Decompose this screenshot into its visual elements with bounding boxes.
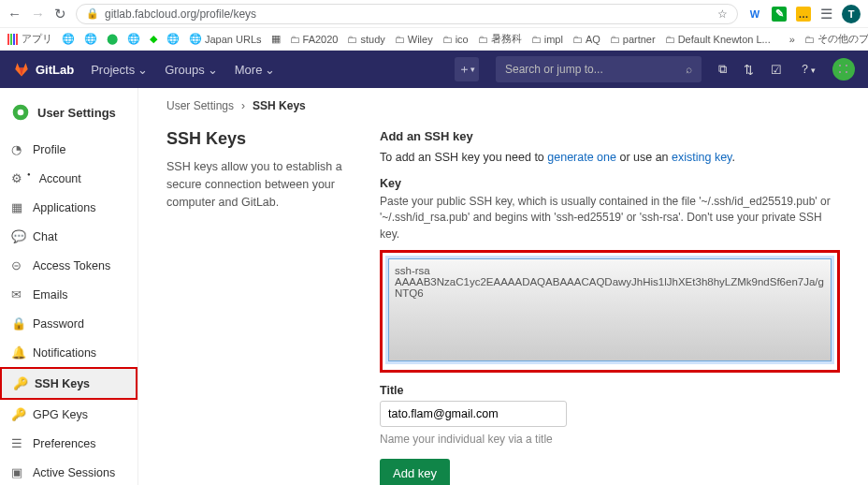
reading-list-icon[interactable]: ☰ (820, 6, 832, 22)
bookmark-folder[interactable]: 🗀 Default Knewton L... (665, 34, 771, 45)
sidebar-icon: ⚙ (11, 171, 24, 185)
url-text: gitlab.fabcloud.org/profile/keys (105, 7, 256, 21)
sidebar-item-notifications[interactable]: 🔔Notifications (0, 338, 137, 367)
sidebar-item-label: Applications (33, 201, 95, 214)
url-bar[interactable]: 🔒 gitlab.fabcloud.org/profile/keys ☆ (76, 4, 738, 24)
sidebar-item-label: Preferences (33, 437, 95, 450)
bookmark-item[interactable]: 🌐 (127, 33, 140, 45)
sidebar-item-label: Emails (33, 288, 68, 301)
bookmark-item[interactable]: ▦ (271, 33, 281, 45)
svg-point-1 (18, 110, 24, 116)
new-button[interactable]: ＋ ▾ (455, 57, 479, 81)
todos-icon[interactable]: ☑ (771, 63, 782, 77)
help-icon[interactable]: ？▾ (799, 61, 816, 78)
sidebar-item-active-sessions[interactable]: ▣Active Sessions (0, 458, 137, 485)
sidebar-icon: ✉ (11, 287, 24, 301)
sidebar-item-label: SSH Keys (35, 377, 90, 390)
sidebar-icon: ▣ (11, 465, 24, 479)
page-title: SSH Keys (166, 129, 354, 149)
ssh-key-textarea[interactable] (388, 258, 832, 361)
sidebar-item-password[interactable]: 🔒Password (0, 309, 137, 338)
bookmark-folder[interactable]: 🗀 study (347, 34, 384, 45)
sidebar-icon: ▦ (11, 200, 24, 214)
title-input[interactable] (380, 401, 567, 427)
sidebar-item-label: Active Sessions (33, 466, 115, 479)
bookmark-item[interactable]: 🌐 Japan URLs (189, 33, 262, 45)
search-icon: ⌕ (686, 63, 692, 76)
browser-forward[interactable]: → (31, 6, 45, 22)
page-description: SSH keys allow you to establish a secure… (166, 158, 354, 211)
help-text: To add an SSH key you need to generate o… (380, 151, 840, 164)
gitlab-icon (13, 61, 30, 78)
lock-icon: 🔒 (86, 7, 99, 20)
sidebar-item-label: Account (39, 172, 81, 185)
other-bookmarks[interactable]: 🗀 その他のブックマー… (804, 32, 868, 46)
sidebar-icon: 🔑 (13, 376, 26, 390)
browser-reload[interactable]: ↻ (54, 6, 66, 22)
bookmark-item[interactable]: 🌐 (166, 33, 180, 45)
search-input[interactable]: Search or jump to... ⌕ (496, 56, 702, 82)
apps-shortcut[interactable]: アプリ (7, 32, 52, 46)
breadcrumb: User Settings › SSH Keys (166, 99, 840, 112)
sidebar-item-gpg-keys[interactable]: 🔑GPG Keys (0, 400, 137, 429)
chevron-down-icon: ⌄ (137, 63, 148, 77)
bookmark-folder[interactable]: 🗀 partner (610, 34, 656, 45)
browser-back[interactable]: ← (7, 6, 22, 22)
sidebar-item-label: Chat (33, 230, 57, 243)
sidebar-icon: 🔔 (11, 345, 24, 360)
bookmarks-overflow[interactable]: » (789, 34, 795, 45)
sidebar-icon: 💬 (11, 229, 24, 243)
issues-icon[interactable]: ⧉ (718, 62, 727, 77)
extension-y[interactable]: … (796, 7, 811, 22)
gitlab-topbar: GitLab Projects ⌄ Groups ⌄ More ⌄ ＋ ▾ Se… (0, 51, 868, 88)
breadcrumb-parent[interactable]: User Settings (166, 99, 234, 112)
sidebar-item-emails[interactable]: ✉Emails (0, 280, 137, 309)
existing-key-link[interactable]: existing key (672, 151, 731, 164)
user-menu[interactable] (832, 58, 855, 81)
sidebar-item-access-tokens[interactable]: ⊝Access Tokens (0, 251, 137, 280)
add-key-button[interactable]: Add key (380, 459, 450, 485)
bookmark-item[interactable]: ⬤ (107, 33, 118, 45)
title-label: Title (380, 384, 840, 397)
bookmark-folder[interactable]: 🗀 暑務科 (478, 32, 522, 46)
gitlab-logo[interactable]: GitLab (13, 61, 74, 78)
generate-key-link[interactable]: generate one (547, 151, 616, 164)
sidebar-item-chat[interactable]: 💬Chat (0, 222, 137, 251)
bookmark-item[interactable]: 🌐 (84, 33, 97, 45)
sidebar-item-label: GPG Keys (33, 408, 88, 421)
sidebar-item-label: Profile (33, 143, 65, 156)
bookmark-folder[interactable]: 🗀 impl (531, 34, 563, 45)
apps-icon (7, 34, 19, 45)
sidebar-icon: ◔ (11, 142, 24, 156)
sidebar-item-label: Access Tokens (33, 259, 110, 272)
sidebar-item-ssh-keys[interactable]: 🔑SSH Keys (0, 367, 137, 400)
profile-avatar[interactable]: T (842, 5, 861, 23)
sidebar-icon: 🔒 (11, 316, 24, 331)
star-icon[interactable]: ☆ (717, 7, 728, 21)
sidebar-item-profile[interactable]: ◔Profile (0, 135, 137, 164)
sidebar: User Settings ◔Profile⚙●Account▦Applicat… (0, 88, 138, 485)
bookmark-item[interactable]: 🌐 (62, 33, 75, 45)
sidebar-item-preferences[interactable]: ☰Preferences (0, 429, 137, 458)
nav-more[interactable]: More ⌄ (235, 63, 276, 77)
sidebar-icon: 🔑 (11, 407, 24, 421)
nav-groups[interactable]: Groups ⌄ (165, 63, 218, 77)
nav-projects[interactable]: Projects ⌄ (91, 63, 148, 77)
bookmark-item[interactable]: ◆ (150, 33, 157, 45)
bookmark-folder[interactable]: 🗀 ico (442, 34, 469, 45)
extension-evernote[interactable]: ✎ (772, 7, 787, 22)
key-label: Key (380, 177, 840, 190)
sidebar-header: User Settings (0, 96, 137, 135)
sidebar-item-applications[interactable]: ▦Applications (0, 193, 137, 222)
sidebar-item-label: Notifications (33, 346, 96, 360)
sidebar-item-account[interactable]: ⚙●Account (0, 164, 137, 193)
bookmark-folder[interactable]: 🗀 AQ (572, 34, 600, 45)
bookmark-folder[interactable]: 🗀 Wiley (395, 34, 433, 45)
section-title: Add an SSH key (380, 129, 840, 143)
bookmark-folder[interactable]: 🗀 FA2020 (290, 34, 339, 45)
sidebar-icon: ☰ (11, 436, 24, 450)
merge-requests-icon[interactable]: ⇅ (744, 63, 754, 77)
settings-gear-icon (11, 103, 30, 122)
sidebar-icon: ⊝ (11, 258, 24, 272)
extension-w[interactable]: W (747, 7, 762, 22)
